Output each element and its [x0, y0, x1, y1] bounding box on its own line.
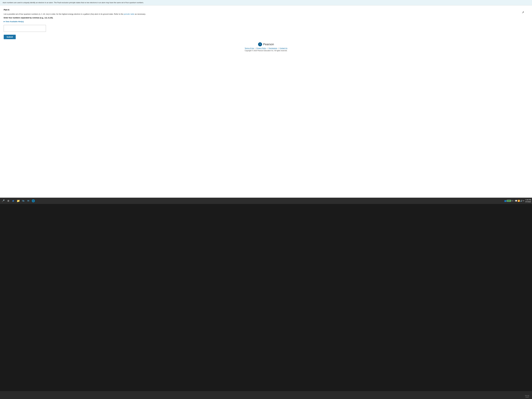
answer-box-container — [4, 25, 46, 32]
battery-icon: ⬆ — [511, 200, 513, 202]
part-label: Part A — [4, 9, 528, 11]
wifi-icon: 📶 — [518, 200, 520, 202]
question-text: List a possible set of four quantum numb… — [4, 13, 528, 16]
notification-icon: 💬 — [515, 200, 517, 202]
pearson-logo-text: ? — [260, 43, 261, 45]
separator2: | — [267, 47, 268, 49]
main-content: ↗ Part A List a possible set of four qua… — [0, 5, 532, 198]
privacy-link[interactable]: Privacy Policy — [256, 47, 266, 49]
system-tray: 👥 ⬆ ∧ 💬 📶 🔊 ✒ — [504, 200, 525, 202]
taskbar-mail-icon[interactable]: ✉ — [26, 199, 30, 203]
battery-indicator — [507, 200, 511, 202]
separator3: | — [278, 47, 279, 49]
keyboard-area: PAUSE Insert — [0, 391, 532, 399]
volume-icon[interactable]: 🔊 — [520, 200, 522, 202]
taskbar-explorer-icon[interactable]: 📁 — [16, 199, 20, 203]
time-display: 5:46 PM — [525, 199, 531, 201]
pen-icon[interactable]: ✒ — [523, 200, 525, 202]
taskbar: 🎤 🖥 e 📁 🛍 ✉ 🌐 👥 ⬆ ∧ 💬 📶 🔊 ✒ 5:46 PM — [0, 198, 532, 204]
hint-link[interactable]: View Available Hint(s) — [4, 21, 528, 23]
answer-input[interactable] — [4, 25, 46, 32]
contact-link[interactable]: Contact Us — [279, 47, 287, 49]
separator1: | — [255, 47, 256, 49]
taskbar-mic-icon[interactable]: 🎤 — [1, 199, 5, 203]
question-text-part2: as necessary. — [135, 13, 146, 15]
pearson-name: Pearson — [263, 43, 274, 46]
hint-label: View Available Hint(s) — [5, 21, 24, 23]
info-bar: ntum numbers are used to uniquely identi… — [0, 0, 532, 5]
taskbar-display-icon[interactable]: 🖥 — [6, 199, 10, 203]
taskbar-left: 🎤 🖥 e 📁 🛍 ✉ 🌐 — [1, 199, 35, 203]
taskbar-store-icon[interactable]: 🛍 — [21, 199, 25, 203]
terms-link[interactable]: Terms of Use — [245, 47, 254, 49]
instruction-text: Enter four numbers separated by commas (… — [4, 17, 528, 19]
date-display: 4/7/2020 — [525, 201, 531, 203]
taskbar-chrome-icon[interactable]: 🌐 — [31, 199, 35, 203]
taskbar-edge-icon[interactable]: e — [11, 199, 15, 203]
submit-button[interactable]: Submit — [4, 35, 16, 39]
info-text: ntum numbers are used to uniquely identi… — [3, 2, 144, 4]
pearson-logo: ? — [258, 42, 262, 46]
caret-icon[interactable]: ∧ — [513, 200, 515, 202]
periodic-table-link[interactable]: periodic table — [124, 13, 134, 15]
taskbar-right: 👥 ⬆ ∧ 💬 📶 🔊 ✒ 5:46 PM 4/7/2020 — [504, 198, 531, 204]
key-labels: PAUSE Insert — [525, 395, 529, 398]
laptop-bezel — [0, 204, 532, 391]
clock-area[interactable]: 5:46 PM 4/7/2020 — [525, 199, 531, 203]
permissions-link[interactable]: Permissions — [268, 47, 277, 49]
question-text-part1: List a possible set of four quantum numb… — [4, 13, 123, 15]
footer-copyright: Copyright © 2020 Pearson Education Inc. … — [4, 50, 528, 52]
people-icon: 👥 — [504, 200, 507, 202]
footer-brand: ? Pearson — [4, 42, 528, 46]
footer-links: Terms of Use | Privacy Policy | Permissi… — [4, 47, 528, 49]
